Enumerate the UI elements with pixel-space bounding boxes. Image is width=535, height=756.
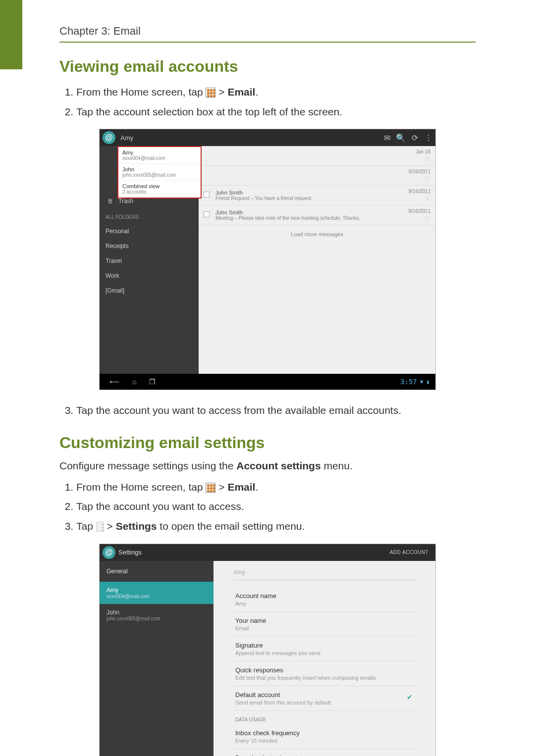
- load-more-button[interactable]: Load more messages: [199, 225, 435, 243]
- settings-account-item[interactable]: Amy xxxx004@mail.com: [100, 582, 214, 604]
- email-at-icon: @: [103, 131, 115, 144]
- settings-row[interactable]: Quick responsesEdit text that you freque…: [233, 661, 416, 686]
- settings-sidebar: General Amy xxxx004@mail.com John john.x…: [100, 561, 214, 756]
- overflow-menu-icon[interactable]: ⋮: [422, 133, 435, 143]
- account-dropdown[interactable]: Amy xxxx004@mail.com John john.xxxx005@m…: [117, 146, 202, 199]
- email-at-icon: @: [103, 546, 115, 559]
- home-icon[interactable]: ⌂: [132, 378, 136, 386]
- settings-row[interactable]: Default accountSend email from this acco…: [233, 686, 416, 711]
- sidebar-item[interactable]: Personal: [100, 224, 199, 239]
- star-icon[interactable]: ☆: [424, 154, 430, 162]
- screenshot-email-settings: @ Settings ADD ACCOUNT General Amy xxxx0…: [99, 544, 436, 756]
- recent-apps-icon[interactable]: ❐: [149, 378, 156, 386]
- section-title-customizing: Customizing email settings: [59, 434, 476, 452]
- sidebar-item[interactable]: Travel: [100, 253, 199, 268]
- dropdown-item[interactable]: John john.xxxx005@mail.com: [118, 164, 201, 181]
- message-list: Jan 18 ☆ 9/16/2011 ☆ John Smith Friend R…: [199, 146, 435, 374]
- battery-icon: ▮: [426, 379, 429, 385]
- apps-grid-icon: [206, 88, 215, 98]
- checkbox[interactable]: [204, 211, 210, 217]
- step-2: Tap the account selection box at the top…: [76, 103, 476, 120]
- step-2b: Tap the account you want to access.: [76, 498, 476, 515]
- trash-icon: 🗑: [106, 198, 115, 204]
- settings-account-item[interactable]: John john.xxxx005@mail.com: [100, 604, 214, 626]
- message-row[interactable]: John Smith Meeting – Please take note of…: [199, 205, 435, 225]
- chapter-header: Chapter 3: Email: [59, 25, 476, 43]
- screenshot-email-accounts: @ Amy ✉ 🔍 ⟳ ⋮ Amy xxxx004@mail.com John …: [99, 129, 436, 390]
- refresh-icon[interactable]: ⟳: [408, 133, 422, 143]
- star-icon[interactable]: ☆: [424, 194, 430, 202]
- folder-sidebar: Amy xxxx004@mail.com John john.xxxx005@m…: [100, 146, 199, 374]
- settings-row[interactable]: Download attachmentsAuto-download attach…: [233, 749, 416, 756]
- back-icon[interactable]: ⟵: [109, 378, 119, 386]
- star-icon[interactable]: ☆: [424, 214, 430, 222]
- step-3: Tap the account you want to access from …: [76, 402, 476, 419]
- settings-panel: Amy Account nameAmy Your nameEmail Signa…: [214, 561, 435, 756]
- clock: 3:57: [400, 378, 417, 386]
- settings-row[interactable]: Inbox check frequencyEvery 15 minutes: [233, 724, 416, 749]
- apps-grid-icon: [206, 483, 215, 493]
- settings-row[interactable]: SignatureAppend text to messages you sen…: [233, 637, 416, 661]
- settings-owner: Amy: [233, 569, 416, 576]
- overflow-menu-icon: [96, 522, 104, 532]
- sidebar-item[interactable]: Receipts: [100, 239, 199, 253]
- step-1b: From the Home screen, tap > Email.: [76, 479, 476, 496]
- sidebar-item[interactable]: Work: [100, 268, 199, 283]
- sidebar-header-allfolders: ALL FOLDERS: [100, 208, 199, 224]
- section-tab: [0, 0, 22, 69]
- settings-topbar: @ Settings ADD ACCOUNT: [100, 544, 435, 561]
- settings-row[interactable]: Your nameEmail: [233, 612, 416, 637]
- search-icon[interactable]: 🔍: [394, 133, 408, 143]
- step-1: From the Home screen, tap > Email.: [76, 84, 476, 101]
- add-account-button[interactable]: ADD ACCOUNT: [390, 550, 435, 555]
- app-topbar: @ Amy ✉ 🔍 ⟳ ⋮: [100, 129, 435, 146]
- message-row[interactable]: John Smith Friend Request – You have a f…: [199, 186, 435, 205]
- compose-icon[interactable]: ✉: [380, 133, 394, 143]
- checkbox[interactable]: [204, 192, 210, 198]
- sidebar-item[interactable]: [Gmail]: [100, 283, 199, 298]
- wifi-icon: ▼: [420, 379, 424, 385]
- system-navbar: ⟵ ⌂ ❐ 3:57 ▼ ▮: [100, 374, 435, 390]
- settings-general[interactable]: General: [100, 561, 214, 582]
- star-icon[interactable]: ☆: [424, 174, 430, 182]
- message-row[interactable]: 9/16/2011 ☆: [199, 166, 435, 186]
- checkbox-checked-icon[interactable]: ✔: [407, 693, 413, 701]
- section-title-viewing: Viewing email accounts: [59, 57, 476, 76]
- dropdown-item[interactable]: Amy xxxx004@mail.com: [118, 147, 201, 164]
- step-3b: Tap > Settings to open the email setting…: [76, 518, 476, 535]
- settings-category: DATA USAGE: [233, 711, 416, 724]
- section-intro: Configure message settings using the Acc…: [59, 460, 476, 472]
- dropdown-item[interactable]: Combined view 2 accounts: [118, 181, 201, 198]
- account-selector[interactable]: Amy: [118, 134, 380, 142]
- settings-title: Settings: [118, 549, 142, 556]
- message-row[interactable]: Jan 18 ☆: [199, 146, 435, 166]
- settings-row[interactable]: Account nameAmy: [233, 587, 416, 612]
